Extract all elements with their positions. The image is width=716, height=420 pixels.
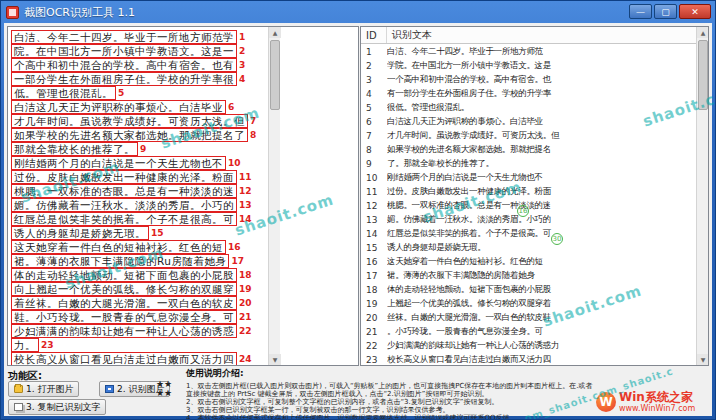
- ocr-line-number: 2: [239, 46, 245, 56]
- table-row[interactable]: 1 白洁、今年二十四岁。毕业于一所地方师范: [361, 45, 695, 59]
- row-id: 23: [361, 355, 387, 365]
- row-id: 15: [361, 243, 387, 253]
- ocr-line: 如果学校的先进名额大家都选她。那就把提名了 8: [11, 128, 265, 142]
- title-bar[interactable]: 截图OCR识别工具 1.1: [1, 1, 715, 23]
- table-row[interactable]: 7 才几年时间。虽说教学成绩好。可资历太浅。但: [361, 129, 695, 143]
- ocr-line-number: 21: [239, 312, 252, 322]
- row-id: 5: [361, 103, 387, 113]
- table-row[interactable]: 2 学院。在中国北方一所小镇中学教语文。这是: [361, 59, 695, 73]
- scroll-down-icon[interactable]: ▼: [269, 354, 281, 365]
- ocr-line-text: 向上翘起一个优美的弧线。修长匀称的双腿穿: [11, 282, 237, 296]
- open-image-button[interactable]: 1. 打开图片: [8, 381, 79, 397]
- image-preview-panel[interactable]: 白洁、今年二十四岁。毕业于一所地方师范学 1 院。在中国北方一所小镇中学教语文。…: [7, 26, 359, 366]
- table-row[interactable]: 22 少妇满满的韵味却让她有一种让人心荡的诱惑力: [361, 339, 695, 353]
- table-row[interactable]: 18 体的走动轻轻地颤动。短裙下面包裹的小屁股: [361, 283, 695, 297]
- maximize-button[interactable]: ▢: [654, 4, 677, 19]
- column-header-id: ID: [361, 27, 387, 43]
- table-row[interactable]: 8 如果学校的先进名额大家都选她。那就把提名: [361, 143, 695, 157]
- row-id: 21: [361, 327, 387, 337]
- ocr-line-text: 媚。仿佛藏着一汪秋水。淡淡的秀眉。小巧的: [11, 198, 237, 212]
- ocr-line-text: 校长高义从窗口看见白洁走过白嫩而又活力四: [11, 352, 237, 366]
- row-text: 很低。管理也很混乱。: [387, 102, 693, 114]
- ocr-line-text: 白洁这几天正为评职称的事烦心。白洁毕业: [11, 100, 226, 114]
- ocr-line-number: 4: [239, 74, 245, 84]
- table-row[interactable]: 16 这天她穿着一件白色的短袖衬衫。红色的短: [361, 255, 695, 269]
- table-row[interactable]: 6 白洁这几天正为评职称的事烦心。白洁毕业: [361, 115, 695, 129]
- ocr-line-number: 3: [239, 60, 245, 70]
- result-rows: 1 白洁、今年二十四岁。毕业于一所地方师范 2 学院。在中国北方一所小镇中学教语…: [361, 45, 695, 366]
- row-text: 丝袜。白嫩的大腿光滑溜。一双白色的软皮鞋: [387, 312, 693, 324]
- table-row[interactable]: 20 丝袜。白嫩的大腿光滑溜。一双白色的软皮鞋: [361, 311, 695, 325]
- row-text: 有一部分学生在外面租房子住。学校的升学率: [387, 88, 693, 100]
- app-icon: [6, 6, 19, 19]
- table-row[interactable]: 13 媚。仿佛藏着一汪秋水。淡淡的秀眉。小巧的: [361, 213, 695, 227]
- ocr-line: 低。管理也很混乱。 5: [11, 86, 265, 100]
- copy-text-button[interactable]: 3. 复制已识别文字: [8, 399, 106, 415]
- ocr-line: 个高中和初中混合的学校。高中有宿舍。也有 3: [11, 58, 265, 72]
- table-row[interactable]: 9 了。那就全靠校长的推荐了。: [361, 157, 695, 171]
- row-id: 18: [361, 285, 387, 295]
- table-row[interactable]: 14 红唇总是似笑非笑的抿着。个子不是很高。可: [361, 227, 695, 241]
- table-row[interactable]: 15 诱人的身躯却是娇娆无瑕。: [361, 241, 695, 255]
- result-scrollbar[interactable]: ▲ ▼: [696, 27, 708, 365]
- ocr-line: 鞋。小巧玲珑。一股青春的气息弥漫全身。可 21: [11, 310, 265, 324]
- row-text: 才几年时间。虽说教学成绩好。可资历太浅。但: [387, 130, 693, 142]
- row-id: 13: [361, 215, 387, 225]
- ocr-line: 白洁这几天正为评职称的事烦心。白洁毕业 6: [11, 100, 265, 114]
- table-row[interactable]: 21 。小巧玲珑。一股青春的气息弥漫全身。可: [361, 325, 695, 339]
- image-scrollbar[interactable]: ▲ ▼: [268, 27, 280, 365]
- row-text: 诱人的身躯却是娇娆无瑕。: [387, 242, 693, 254]
- ocr-line-text: 个高中和初中混合的学校。高中有宿舍。也有: [11, 58, 237, 72]
- ocr-detected-lines: 白洁、今年二十四岁。毕业于一所地方师范学 1 院。在中国北方一所小镇中学教语文。…: [11, 30, 265, 366]
- folder-icon: [14, 385, 23, 393]
- ocr-line: 力。 23: [11, 338, 265, 352]
- ocr-line-text: 院。在中国北方一所小镇中学教语文。这是一: [11, 44, 237, 58]
- ocr-line-number: 6: [228, 102, 234, 112]
- close-button[interactable]: ✕: [679, 4, 711, 19]
- row-id: 17: [361, 271, 387, 281]
- row-id: 11: [361, 187, 387, 197]
- row-id: 9: [361, 159, 387, 169]
- minimize-button[interactable]: —: [629, 4, 652, 19]
- table-row[interactable]: 11 过份。皮肤白嫩散发出一种健康的光泽。粉面: [361, 185, 695, 199]
- table-row[interactable]: 3 一个高中和初中混合的学校。高中有宿舍。也: [361, 73, 695, 87]
- ocr-line-number: 16: [228, 242, 241, 252]
- table-row[interactable]: 12 桃腮。一双标准的杏眼。总是有一种淡淡的迷: [361, 199, 695, 213]
- row-text: 学院。在中国北方一所小镇中学教语文。这是: [387, 60, 693, 72]
- table-row[interactable]: 5 很低。管理也很混乱。: [361, 101, 695, 115]
- client-area: 白洁、今年二十四岁。毕业于一所地方师范学 1 院。在中国北方一所小镇中学教语文。…: [4, 23, 712, 416]
- row-text: 了。那就全靠校长的推荐了。: [387, 158, 693, 170]
- ocr-line: 院。在中国北方一所小镇中学教语文。这是一 2: [11, 44, 265, 58]
- table-row[interactable]: 23 校长高义从窗口看见白洁走过白嫩而又活力四: [361, 353, 695, 366]
- scrollbar-thumb[interactable]: [270, 40, 280, 110]
- ocr-line-number: 14: [239, 214, 252, 224]
- scrollbar-thumb[interactable]: [698, 40, 708, 110]
- ocr-line-text: 一部分学生在外面租房子住。学校的升学率很: [11, 72, 237, 86]
- row-id: 16: [361, 257, 387, 267]
- ocr-line: 白洁、今年二十四岁。毕业于一所地方师范学 1: [11, 30, 265, 44]
- table-row[interactable]: 10 刚结婚两个月的白洁说是一个天生尤物也不: [361, 171, 695, 185]
- scroll-up-icon[interactable]: ▲: [697, 27, 709, 38]
- row-id: 22: [361, 341, 387, 351]
- column-header-text: 识别文本: [387, 28, 432, 42]
- ocr-line-text: 着丝袜。白嫩的大腿光滑溜。一双白色的软皮: [11, 296, 237, 310]
- row-id: 8: [361, 145, 387, 155]
- ocr-line-text: 体的走动轻轻地颤动。短裙下面包裹的小屁股: [11, 268, 237, 282]
- row-id: 1: [361, 47, 387, 57]
- usage-instruction-line: 1、双击左侧图片框(已载入图片则双击图片)，可载入“剪贴板”上的图片，也可直接拖…: [186, 382, 706, 390]
- result-table-header: ID 识别文本: [361, 27, 696, 44]
- scroll-down-icon[interactable]: ▼: [697, 354, 709, 365]
- row-id: 3: [361, 75, 387, 85]
- ocr-result-panel[interactable]: ID 识别文本 1 白洁、今年二十四岁。毕业于一所地方师范 2 学院。在中国北方…: [360, 26, 709, 366]
- row-text: 校长高义从窗口看见白洁走过白嫩而又活力四: [387, 354, 693, 366]
- table-row[interactable]: 4 有一部分学生在外面租房子住。学校的升学率: [361, 87, 695, 101]
- table-row[interactable]: 19 上翘起一个优美的弧线。修长匀称的双腿穿着: [361, 297, 695, 311]
- copy-icon: [14, 403, 23, 411]
- scroll-up-icon[interactable]: ▲: [269, 27, 281, 38]
- table-row[interactable]: 17 裙。薄薄的衣服下丰满隐隐的房随着她身: [361, 269, 695, 283]
- logo-site-name: Win系统之家: [619, 391, 695, 404]
- row-text: 红唇总是似笑非笑的抿着。个子不是很高。可: [387, 228, 693, 240]
- row-id: 20: [361, 313, 387, 323]
- row-text: 如果学校的先进名额大家都选她。那就把提名: [387, 144, 693, 156]
- ocr-line-number: 18: [239, 270, 252, 280]
